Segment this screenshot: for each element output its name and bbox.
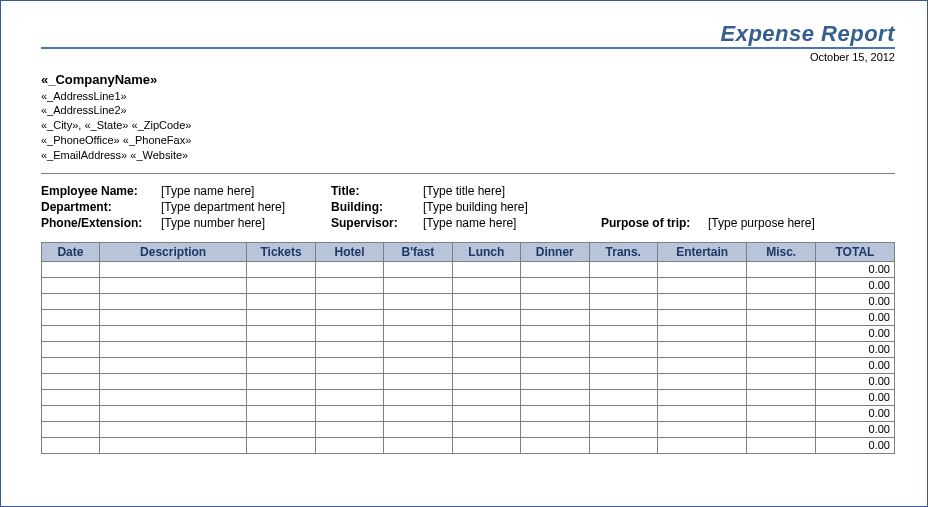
cell[interactable] (747, 437, 815, 453)
cell[interactable] (384, 325, 452, 341)
cell[interactable] (657, 293, 747, 309)
cell[interactable] (99, 437, 246, 453)
cell[interactable] (521, 421, 589, 437)
phone-field[interactable]: [Type number here] (161, 216, 265, 230)
cell[interactable] (247, 373, 315, 389)
cell[interactable] (315, 325, 383, 341)
company-city-state-zip[interactable]: «_City», «_State» «_ZipCode» (41, 118, 895, 133)
cell[interactable] (589, 357, 657, 373)
cell[interactable] (452, 341, 520, 357)
cell[interactable] (247, 341, 315, 357)
cell[interactable] (384, 293, 452, 309)
cell[interactable] (747, 293, 815, 309)
cell[interactable] (99, 309, 246, 325)
cell[interactable] (247, 405, 315, 421)
cell-total[interactable]: 0.00 (815, 421, 894, 437)
employee-name-field[interactable]: [Type name here] (161, 184, 254, 198)
cell[interactable] (521, 357, 589, 373)
cell[interactable] (521, 277, 589, 293)
cell[interactable] (657, 405, 747, 421)
department-field[interactable]: [Type department here] (161, 200, 285, 214)
cell[interactable] (521, 389, 589, 405)
cell[interactable] (589, 389, 657, 405)
cell[interactable] (315, 437, 383, 453)
cell[interactable] (521, 341, 589, 357)
cell[interactable] (384, 373, 452, 389)
cell[interactable] (42, 373, 100, 389)
cell[interactable] (247, 277, 315, 293)
cell[interactable] (747, 405, 815, 421)
cell[interactable] (42, 421, 100, 437)
cell[interactable] (589, 373, 657, 389)
cell[interactable] (452, 389, 520, 405)
cell[interactable] (589, 261, 657, 277)
cell[interactable] (589, 341, 657, 357)
cell[interactable] (747, 421, 815, 437)
cell[interactable] (384, 341, 452, 357)
cell-total[interactable]: 0.00 (815, 293, 894, 309)
cell[interactable] (384, 437, 452, 453)
cell[interactable] (315, 357, 383, 373)
cell[interactable] (657, 421, 747, 437)
cell[interactable] (452, 357, 520, 373)
cell[interactable] (657, 357, 747, 373)
cell-total[interactable]: 0.00 (815, 357, 894, 373)
cell[interactable] (42, 389, 100, 405)
cell[interactable] (384, 277, 452, 293)
cell[interactable] (247, 437, 315, 453)
cell[interactable] (657, 261, 747, 277)
cell[interactable] (657, 277, 747, 293)
cell[interactable] (42, 309, 100, 325)
company-name[interactable]: «_CompanyName» (41, 71, 895, 89)
cell[interactable] (657, 389, 747, 405)
cell-total[interactable]: 0.00 (815, 309, 894, 325)
cell[interactable] (521, 373, 589, 389)
cell[interactable] (747, 357, 815, 373)
cell-total[interactable]: 0.00 (815, 325, 894, 341)
cell[interactable] (315, 341, 383, 357)
cell-total[interactable]: 0.00 (815, 389, 894, 405)
cell-total[interactable]: 0.00 (815, 405, 894, 421)
cell[interactable] (657, 373, 747, 389)
cell-total[interactable]: 0.00 (815, 341, 894, 357)
cell[interactable] (747, 261, 815, 277)
cell[interactable] (589, 309, 657, 325)
cell[interactable] (747, 341, 815, 357)
cell[interactable] (315, 389, 383, 405)
cell[interactable] (657, 341, 747, 357)
cell[interactable] (42, 325, 100, 341)
cell[interactable] (99, 421, 246, 437)
cell[interactable] (521, 325, 589, 341)
cell[interactable] (452, 325, 520, 341)
cell[interactable] (384, 389, 452, 405)
cell[interactable] (99, 293, 246, 309)
cell[interactable] (452, 277, 520, 293)
cell[interactable] (315, 405, 383, 421)
cell[interactable] (99, 261, 246, 277)
cell[interactable] (452, 293, 520, 309)
cell[interactable] (747, 389, 815, 405)
title-field[interactable]: [Type title here] (423, 184, 505, 198)
cell[interactable] (747, 373, 815, 389)
cell[interactable] (384, 405, 452, 421)
cell[interactable] (99, 405, 246, 421)
cell[interactable] (315, 293, 383, 309)
cell-total[interactable]: 0.00 (815, 277, 894, 293)
cell[interactable] (452, 309, 520, 325)
cell[interactable] (384, 261, 452, 277)
cell[interactable] (99, 357, 246, 373)
company-address1[interactable]: «_AddressLine1» (41, 89, 895, 104)
cell[interactable] (521, 261, 589, 277)
cell[interactable] (247, 389, 315, 405)
cell[interactable] (452, 373, 520, 389)
cell[interactable] (657, 309, 747, 325)
cell[interactable] (589, 293, 657, 309)
cell[interactable] (42, 405, 100, 421)
cell[interactable] (247, 357, 315, 373)
cell[interactable] (99, 389, 246, 405)
cell[interactable] (521, 437, 589, 453)
cell[interactable] (589, 421, 657, 437)
cell[interactable] (99, 341, 246, 357)
cell[interactable] (452, 437, 520, 453)
cell[interactable] (315, 373, 383, 389)
